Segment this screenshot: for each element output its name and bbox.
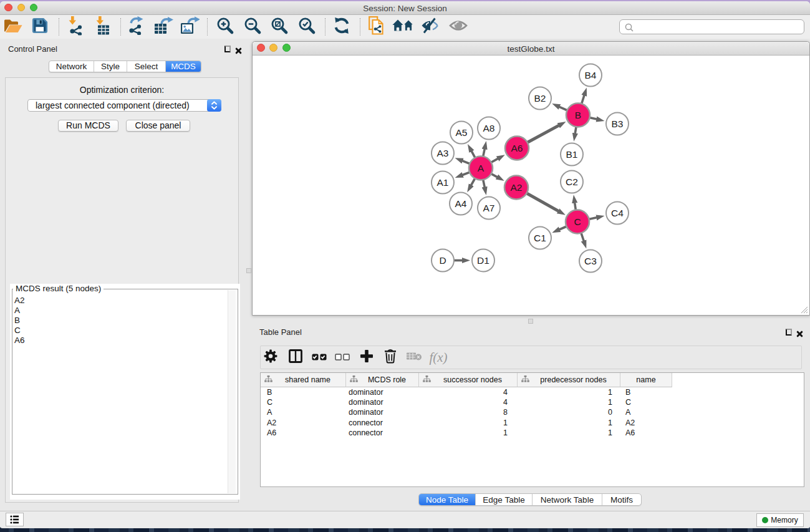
svg-text:C: C xyxy=(574,216,581,227)
svg-text:D1: D1 xyxy=(477,255,489,266)
svg-text:A: A xyxy=(478,163,485,173)
svg-text:B1: B1 xyxy=(566,149,578,160)
svg-text:A5: A5 xyxy=(456,127,468,138)
svg-text:A8: A8 xyxy=(483,123,495,133)
svg-text:C1: C1 xyxy=(534,233,546,243)
svg-text:B3: B3 xyxy=(612,118,624,129)
svg-text:A4: A4 xyxy=(455,198,467,209)
svg-text:D: D xyxy=(439,255,446,266)
svg-text:A7: A7 xyxy=(483,203,495,213)
svg-text:C3: C3 xyxy=(584,256,597,266)
svg-text:B4: B4 xyxy=(585,70,597,80)
svg-text:B2: B2 xyxy=(534,93,546,104)
svg-text:C2: C2 xyxy=(566,177,578,187)
svg-text:A3: A3 xyxy=(437,148,449,158)
svg-text:A1: A1 xyxy=(437,177,449,188)
svg-text:A2: A2 xyxy=(511,182,523,193)
svg-text:C4: C4 xyxy=(611,208,624,218)
svg-text:B: B xyxy=(575,110,581,120)
svg-text:A6: A6 xyxy=(511,143,523,153)
